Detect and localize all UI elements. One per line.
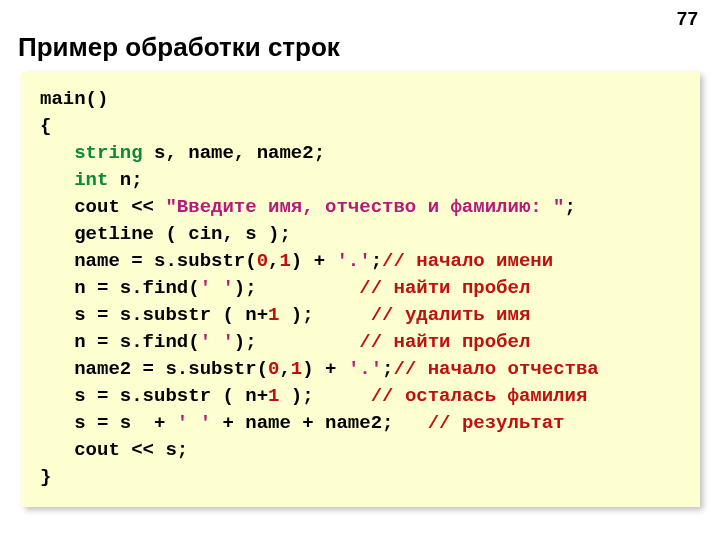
- code-text: n = s.find(: [40, 331, 200, 353]
- code-text: );: [279, 385, 370, 407]
- comment: // начало имени: [382, 250, 553, 272]
- code-text: ,: [279, 358, 290, 380]
- code-text: [40, 142, 74, 164]
- code-text: [40, 169, 74, 191]
- code-text: s, name, name2;: [143, 142, 325, 164]
- char-literal: '.': [348, 358, 382, 380]
- char-literal: '.': [336, 250, 370, 272]
- code-text: );: [234, 331, 359, 353]
- code-text: ) +: [302, 358, 348, 380]
- comment: // осталась фамилия: [371, 385, 588, 407]
- number-literal: 1: [291, 358, 302, 380]
- keyword-int: int: [74, 169, 108, 191]
- slide-title: Пример обработки строк: [18, 32, 340, 63]
- code-text: ;: [371, 250, 382, 272]
- comment: // найти пробел: [359, 331, 530, 353]
- code-line: getline ( cin, s );: [40, 223, 291, 245]
- code-text: s = s +: [40, 412, 177, 434]
- code-block: main() { string s, name, name2; int n; c…: [22, 72, 700, 507]
- code-text: );: [234, 277, 359, 299]
- code-text: ;: [382, 358, 393, 380]
- code-text: n = s.find(: [40, 277, 200, 299]
- code-text: ,: [268, 250, 279, 272]
- char-literal: ' ': [177, 412, 211, 434]
- number-literal: 1: [279, 250, 290, 272]
- code-text: s = s.substr ( n+: [40, 385, 268, 407]
- code-text: cout <<: [40, 196, 165, 218]
- code-text: name = s.substr(: [40, 250, 257, 272]
- number-literal: 0: [257, 250, 268, 272]
- code-text: ) +: [291, 250, 337, 272]
- number-literal: 0: [268, 358, 279, 380]
- string-literal: "Введите имя, отчество и фамилию: ": [165, 196, 564, 218]
- page-number: 77: [677, 8, 698, 30]
- code-text: ;: [565, 196, 576, 218]
- code-text: s = s.substr ( n+: [40, 304, 268, 326]
- code-text: );: [279, 304, 370, 326]
- comment: // начало отчества: [394, 358, 599, 380]
- comment: // найти пробел: [359, 277, 530, 299]
- code-line: }: [40, 466, 51, 488]
- number-literal: 1: [268, 304, 279, 326]
- code-line: {: [40, 115, 51, 137]
- code-text: + name + name2;: [211, 412, 428, 434]
- comment: // удалить имя: [371, 304, 531, 326]
- char-literal: ' ': [200, 331, 234, 353]
- comment: // результат: [428, 412, 565, 434]
- code-text: name2 = s.substr(: [40, 358, 268, 380]
- code-line: main(): [40, 88, 108, 110]
- number-literal: 1: [268, 385, 279, 407]
- keyword-string: string: [74, 142, 142, 164]
- code-text: n;: [108, 169, 142, 191]
- code-line: cout << s;: [40, 439, 188, 461]
- char-literal: ' ': [200, 277, 234, 299]
